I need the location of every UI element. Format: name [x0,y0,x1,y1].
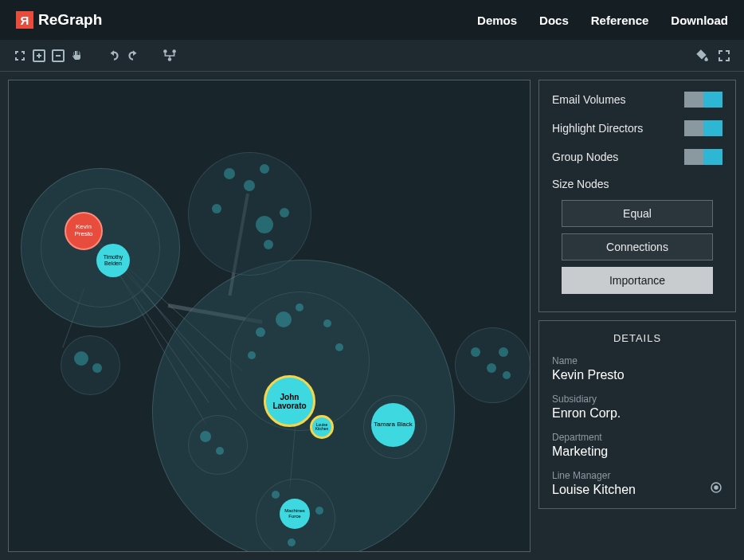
detail-manager-value: Louise Kitchen [552,483,636,497]
node-kevin-presto[interactable]: Kevin Presto [65,212,103,250]
highlight-directors-label: Highlight Directors [552,122,643,135]
size-importance-button[interactable]: Importance [562,267,713,294]
undo-button[interactable] [105,47,123,65]
logo-icon: Я [16,11,33,29]
toolbar [0,40,744,72]
graph-node[interactable] [256,216,273,233]
graph-node[interactable] [200,431,211,442]
size-equal-button[interactable]: Equal [562,200,713,227]
graph-node[interactable] [335,343,343,351]
detail-name-label: Name [552,355,722,366]
graph-node[interactable] [280,208,289,217]
graph-node[interactable] [256,327,265,337]
graph-node[interactable] [315,507,323,515]
nav-demos[interactable]: Demos [477,14,517,27]
group-nodes-toggle[interactable] [684,149,722,165]
detail-name-value: Kevin Presto [552,368,722,382]
fit-view-button[interactable] [11,47,29,65]
size-connections-button[interactable]: Connections [562,233,713,260]
details-panel: DETAILS Name Kevin Presto Subsidiary Enr… [538,320,736,509]
detail-subsidiary-value: Enron Corp. [552,406,722,421]
details-title: DETAILS [552,332,722,344]
graph-node[interactable] [212,204,221,213]
node-louise-kitchen[interactable]: Louise Kitchen [310,415,334,439]
svg-point-6 [715,486,718,489]
graph-node[interactable] [248,351,256,359]
detail-department-value: Marketing [552,444,722,459]
svg-point-3 [172,49,176,53]
graph-node[interactable] [288,538,296,546]
graph-node[interactable] [92,363,102,373]
node-tamara-black[interactable]: Tamara Black [371,403,415,447]
email-volumes-label: Email Volumes [552,93,626,106]
nav-docs[interactable]: Docs [539,14,569,27]
graph-node[interactable] [296,303,303,311]
graph-node[interactable] [74,351,88,366]
graph-node[interactable] [499,347,508,357]
graph-node[interactable] [216,447,224,455]
graph-node[interactable] [272,491,280,499]
fullscreen-button[interactable] [715,47,733,65]
svg-point-2 [163,49,167,53]
detail-manager-label: Line Manager [552,470,636,481]
main-nav: Demos Docs Reference Download [477,14,728,27]
node-timothy-belden[interactable]: Timothy Belden [96,244,130,277]
fill-button[interactable] [693,47,711,65]
email-volumes-toggle[interactable] [684,92,722,108]
group-nodes-label: Group Nodes [552,151,618,163]
node-john-lavorato[interactable]: John Lavorato [264,375,315,427]
graph-node[interactable] [264,240,273,249]
node-machines-force[interactable]: Machines Force [280,499,310,529]
zoom-out-button[interactable] [49,47,67,65]
graph-node[interactable] [323,319,331,327]
graph-node[interactable] [503,371,511,379]
logo-text: ReGraph [38,11,102,29]
graph-node[interactable] [276,311,292,327]
controls-panel: Email Volumes Highlight Directors Group … [538,80,736,312]
highlight-directors-toggle[interactable] [684,120,722,136]
graph-node[interactable] [244,180,255,191]
layout-button[interactable] [161,47,178,65]
main-content: Kevin Presto Timothy Belden John Lavorat… [0,72,744,560]
graph-node[interactable] [260,164,269,174]
redo-button[interactable] [124,47,142,65]
graph-node[interactable] [471,347,480,357]
graph-node[interactable] [487,363,496,373]
logo[interactable]: Я ReGraph [16,11,102,29]
graph-canvas[interactable]: Kevin Presto Timothy Belden John Lavorat… [8,80,531,552]
side-panels: Email Volumes Highlight Directors Group … [538,80,736,552]
locate-icon[interactable] [710,481,722,497]
detail-subsidiary-label: Subsidiary [552,394,722,405]
graph-node[interactable] [224,168,235,179]
svg-point-4 [168,57,172,61]
pan-button[interactable] [69,47,86,65]
app-header: Я ReGraph Demos Docs Reference Download [0,0,744,40]
nav-download[interactable]: Download [671,14,728,27]
detail-department-label: Department [552,432,722,443]
zoom-in-button[interactable] [30,47,48,65]
nav-reference[interactable]: Reference [591,14,649,27]
size-nodes-label: Size Nodes [552,178,722,190]
